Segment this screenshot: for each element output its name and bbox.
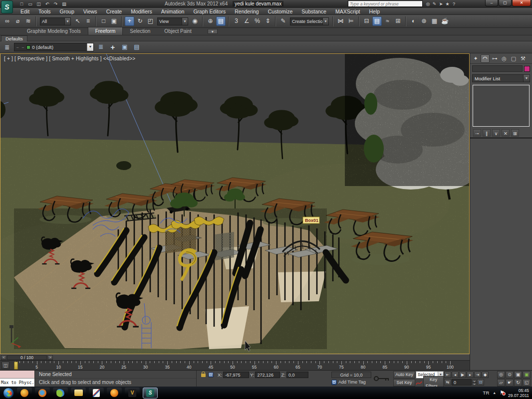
taskbar-app-explorer[interactable] [71,388,86,399]
add-time-tag[interactable]: Add Time Tag [331,379,371,386]
command-panel-tab-modify[interactable]: ◠ [481,54,490,63]
taskbar-app-sketchup[interactable] [89,388,104,399]
window-crossing-toggle-button[interactable]: ▣ [109,16,119,26]
help-icon[interactable]: ? [451,1,457,6]
maxscript-mini-listener[interactable]: Max to Physc. [0,371,35,387]
ribbon-minimize-button[interactable]: ▾ [208,29,218,34]
new-scene-icon[interactable]: □ [18,1,25,7]
zoom-extents-all-button[interactable]: ▣ [523,371,531,379]
project-folder-icon[interactable]: ▤ [60,1,68,7]
chevron-down-icon[interactable]: ▼ [64,18,70,25]
chevron-down-icon[interactable]: ▼ [523,75,530,82]
named-selection-sets[interactable]: Create Selection S▼ [290,17,329,25]
set-key-button[interactable]: Set Key [393,379,415,387]
keyboard-shortcut-override-toggle-button[interactable]: ▤ [216,16,226,26]
play-button[interactable]: ▶ [459,372,466,378]
next-frame-button[interactable]: ▸ [467,372,474,378]
menu-animation[interactable]: Animation [157,8,189,15]
rendered-frame-window-button[interactable]: ▦ [430,16,439,26]
menu-maxscript[interactable]: MAXScript [331,8,365,15]
schematic-view-button[interactable]: ⊞ [393,16,403,26]
menu-views[interactable]: Views [79,8,102,15]
select-and-scale-button[interactable]: ◰ [146,16,155,26]
spinner-down-icon[interactable]: ▼ [472,383,477,386]
time-configuration-button[interactable]: ⊡ [477,379,484,386]
spinner-snap-toggle-button[interactable]: ⇕ [263,16,272,26]
key-step-button[interactable]: ⇆ [444,379,451,386]
make-unique-button[interactable]: ∨ [492,129,500,137]
z-coordinate-field[interactable]: 0,0 [286,372,308,378]
taskbar-app-messenger[interactable] [53,388,68,399]
command-panel-tab-hierarchy[interactable]: ⊶ [490,54,499,63]
zoom-extents-button[interactable]: ▣ [514,371,522,379]
start-button[interactable] [3,388,14,399]
application-menu-button[interactable]: S [1,0,13,13]
mirror-button[interactable]: ⋈ [336,16,345,26]
render-setup-button[interactable]: ⊛ [419,16,429,26]
perspective-viewport[interactable]: Box01 [ + ] [ Perspective ] [ Smooth + H… [0,53,470,354]
edit-named-selection-sets-button[interactable]: ✎ [278,16,288,26]
frame-spinner[interactable]: ▲ ▼ [472,380,477,386]
toggle-scene-explorer-button[interactable]: ⊟ [362,16,371,26]
align-button[interactable]: ⊨ [346,16,356,26]
taskbar-app-3dsmax[interactable]: S [143,388,158,399]
menu-help[interactable]: Help [365,8,385,15]
zoom-button[interactable]: ◎ [497,371,505,379]
taskbar-app-daemon[interactable] [107,388,122,399]
modifier-list-dropdown[interactable]: Modifier List ▼ [472,74,530,82]
percent-snap-toggle-button[interactable]: % [253,16,262,26]
y-coordinate-field[interactable]: 272,126 [255,372,280,378]
ribbon-tab-object-paint[interactable]: Object Paint [157,27,198,35]
go-to-end-button[interactable]: ⇥ [474,372,481,378]
select-and-link-button[interactable]: ∞ [2,16,12,26]
object-name-field[interactable] [472,65,523,72]
add-selection-to-layer-button[interactable]: ▣ [120,42,130,52]
language-indicator[interactable]: TR [483,390,490,396]
undo-icon[interactable]: ↶ [43,1,51,7]
previous-frame-button[interactable]: ◂ [452,372,459,378]
unlink-selection-button[interactable]: ⌀ [13,16,22,26]
taskbar-app-tuneup[interactable] [17,388,32,399]
material-editor-button[interactable]: ◐ [409,16,418,26]
curve-editor-button[interactable]: ≈ [383,16,392,26]
render-production-button[interactable]: ☕ [440,16,450,26]
use-pivot-point-center-button[interactable]: ◉ [190,16,200,26]
bind-to-space-warp-button[interactable]: ≋ [23,16,33,26]
ribbon-tab-graphite-modeling-tools[interactable]: Graphite Modeling Tools [20,27,88,35]
next-frame-arrow[interactable]: > [47,355,53,360]
open-file-icon[interactable]: ▭ [26,1,34,7]
configure-modifier-sets-button[interactable]: ⊞ [511,129,519,137]
command-panel-tab-motion[interactable]: ◎ [500,54,509,63]
time-slider-readout[interactable]: 0 / 100 [7,355,47,360]
redo-icon[interactable]: ↷ [52,1,59,7]
track-bar[interactable]: ◫ 51015202530354045505560657075808590951… [0,360,470,370]
select-and-move-button[interactable]: + [125,16,134,26]
time-slider-handle[interactable] [14,362,18,370]
select-and-rotate-button[interactable]: ↻ [135,16,145,26]
taskbar-app-virtualdj[interactable]: V [125,388,140,399]
select-by-name-button[interactable]: ≡ [83,16,93,26]
menu-substance[interactable]: Substance [297,8,331,15]
go-to-start-button[interactable]: ⇤ [444,372,451,378]
command-panel-tab-utilities[interactable]: ⚒ [519,54,528,63]
create-new-layer-button[interactable]: + [108,42,118,52]
tray-expand-icon[interactable]: ▲ [493,391,496,395]
favorites-icon[interactable]: ★ [444,1,451,6]
maximize-viewport-toggle-button[interactable]: ◱ [523,379,531,387]
toggle-layer-explorer-button[interactable]: ▤ [372,16,382,26]
command-panel-tab-display[interactable]: ▢ [509,54,518,63]
angle-snap-toggle-button[interactable]: ∠ [242,16,252,26]
rectangular-selection-region-button[interactable]: □ [99,16,108,26]
zoom-all-button[interactable]: ⊙ [506,371,514,379]
listener-macro-row[interactable] [0,371,34,379]
menu-modifiers[interactable]: Modifiers [126,8,157,15]
previous-frame-arrow[interactable]: < [1,355,6,360]
chevron-down-icon[interactable]: ▼ [182,18,188,25]
pan-button[interactable]: ☛ [506,379,514,387]
x-coordinate-field[interactable]: -67,975 [223,372,249,378]
remove-modifier-button[interactable]: ✕ [502,129,510,137]
save-file-icon[interactable]: ◫ [35,1,42,7]
set-keys-button[interactable] [371,371,393,387]
key-mode-toggle[interactable]: ◆ [482,372,489,378]
select-and-manipulate-button[interactable]: ⊕ [206,16,215,26]
